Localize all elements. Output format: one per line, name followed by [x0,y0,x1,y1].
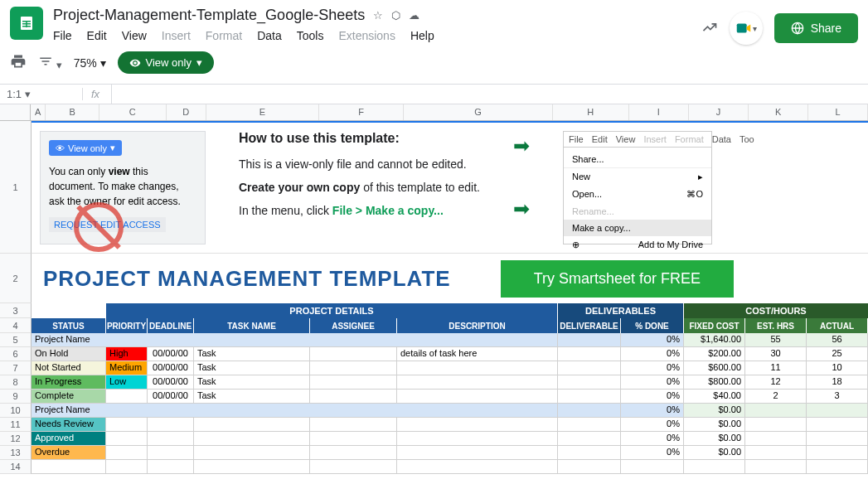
row-headers: 1 2 3 4 5 6 7 8 9 10 11 12 13 14 [0,121,32,474]
label-status[interactable]: STATUS [32,318,106,333]
menu-view[interactable]: View [122,29,147,42]
label-done[interactable]: % DONE [621,318,684,333]
column-labels: STATUS PRIORITY DEADLINE TASK NAME ASSIG… [32,318,868,333]
col-b[interactable]: B [46,104,99,120]
document-title[interactable]: Project-Management-Template_Google-Sheet… [53,7,365,24]
label-assignee[interactable]: ASSIGNEE [310,318,397,333]
table-row[interactable]: Approved 0% $0.00 [32,432,868,446]
label-priority[interactable]: PRIORITY [106,318,148,333]
menu-insert: Insert [162,29,191,42]
menu-bar: File Edit View Insert Format Data Tools … [53,29,701,42]
row-13[interactable]: 13 [0,446,32,460]
move-icon[interactable]: ⬡ [391,9,400,22]
section-cost[interactable]: COST/HOURS [684,303,868,318]
menu-tools[interactable]: Tools [297,29,324,42]
col-a[interactable]: A [31,104,46,120]
section-details[interactable]: PROJECT DETAILS [106,303,558,318]
template-title: PROJECT MANAGEMENT TEMPLATE [43,266,451,292]
label-deliverable[interactable]: DELIVERABLE [558,318,621,333]
svg-rect-5 [737,24,747,33]
label-actual[interactable]: ACTUAL [807,318,868,333]
col-c[interactable]: C [99,104,167,120]
table-row[interactable]: In Progress Low 00/00/00 Task 0% $800.00… [32,375,868,390]
title-cell[interactable]: PROJECT MANAGEMENT TEMPLATE Try Smartshe… [32,254,868,303]
col-l[interactable]: L [808,104,868,120]
col-g[interactable]: G [404,104,552,120]
menu-format: Format [206,29,242,42]
instructions-row[interactable]: 👁 View only ▾ You can only view this doc… [32,121,868,254]
label-deadline[interactable]: DEADLINE [148,318,194,333]
row-7[interactable]: 7 [0,361,32,375]
fx-label: fx [83,88,108,100]
instructions-text: How to use this template: This is a view… [239,131,480,244]
table-row[interactable]: Needs Review 0% $0.00 [32,418,868,432]
row-3[interactable]: 3 [0,303,32,318]
row-10[interactable]: 10 [0,404,32,418]
filter-icon[interactable]: ▾ [38,54,62,71]
sheets-logo[interactable] [10,7,43,40]
name-box[interactable]: 1:1 ▾ [0,88,83,100]
label-hrs[interactable]: EST. HRS [745,318,807,333]
row-14[interactable]: 14 [0,460,32,474]
row-1[interactable]: 1 [0,121,32,254]
table-row[interactable]: Not Started Medium 00/00/00 Task 0% $600… [32,361,868,375]
share-button[interactable]: Share [774,13,858,43]
svg-rect-4 [26,21,27,27]
print-icon[interactable] [10,53,27,72]
col-k[interactable]: K [749,104,808,120]
col-i[interactable]: I [629,104,689,120]
table-row[interactable]: Complete 00/00/00 Task 0% $40.00 2 3 [32,390,868,404]
menu-extensions: Extensions [338,29,395,42]
star-icon[interactable]: ☆ [373,9,383,22]
table-row[interactable]: Overdue 0% $0.00 [32,446,868,460]
row-5[interactable]: 5 [0,333,32,347]
menu-edit[interactable]: Edit [87,29,107,42]
arrow-icon: ➡ [513,197,530,220]
col-j[interactable]: J [689,104,749,120]
row-8[interactable]: 8 [0,375,32,390]
menu-data[interactable]: Data [257,29,282,42]
meet-button[interactable]: ▾ [730,12,763,45]
col-f[interactable]: F [319,104,404,120]
label-fixed[interactable]: FIXED COST [684,318,745,333]
col-d[interactable]: D [167,104,206,120]
menu-file[interactable]: File [53,29,72,42]
col-e[interactable]: E [206,104,319,120]
label-description[interactable]: DESCRIPTION [397,318,558,333]
table-row[interactable]: Project Name 0% $0.00 [32,404,868,418]
arrow-icon: ➡ [513,134,530,157]
row-11[interactable]: 11 [0,418,32,432]
label-task[interactable]: TASK NAME [194,318,310,333]
row-2[interactable]: 2 [0,254,32,303]
column-headers: A B C D E F G H I J K L [0,104,868,121]
menu-screenshot: File Edit View Insert Format Data Too Sh… [563,131,712,244]
share-label: Share [811,22,841,35]
svg-marker-6 [747,24,751,31]
view-only-badge: 👁 View only ▾ [49,140,122,156]
menu-help[interactable]: Help [410,29,434,42]
section-deliverables[interactable]: DELIVERABLES [558,303,684,318]
row-6[interactable]: 6 [0,347,32,361]
table-row[interactable] [32,460,868,474]
view-only-button[interactable]: View only ▾ [118,51,214,74]
table-row[interactable]: On Hold High 00/00/00 Task details of ta… [32,347,868,361]
activity-icon[interactable] [701,19,718,38]
row-9[interactable]: 9 [0,390,32,404]
col-h[interactable]: H [553,104,629,120]
view-only-card: 👁 View only ▾ You can only view this doc… [40,131,206,244]
instructions-heading: How to use this template: [239,131,480,146]
zoom-level[interactable]: 75% ▾ [74,56,106,70]
section-headers: PROJECT DETAILS DELIVERABLES COST/HOURS [32,303,868,318]
cloud-status-icon[interactable]: ☁ [409,9,419,22]
no-symbol-icon [74,202,124,252]
try-smartsheet-button[interactable]: Try Smartsheet for FREE [501,260,734,298]
row-4[interactable]: 4 [0,318,32,333]
row-12[interactable]: 12 [0,432,32,446]
table-row[interactable]: Project Name 0% $1,640.00 55 56 [32,333,868,347]
